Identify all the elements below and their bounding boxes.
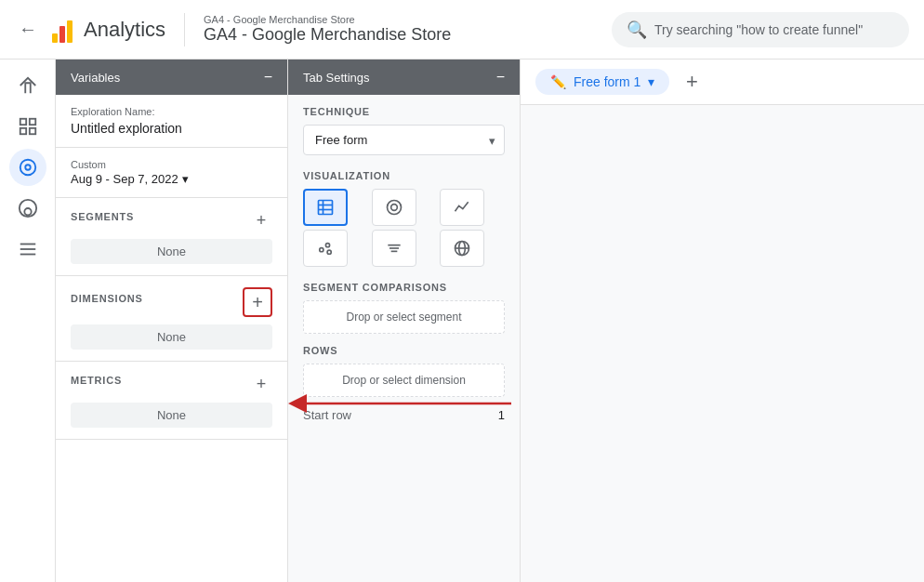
svg-rect-9 — [319, 201, 333, 215]
main-layout: Variables − Exploration Name: Untitled e… — [0, 60, 924, 582]
exploration-canvas[interactable] — [521, 105, 924, 582]
technique-select[interactable]: Free form Funnel exploration Segment ove… — [303, 125, 505, 155]
segment-drop-zone[interactable]: Drop or select segment — [303, 300, 505, 334]
svg-rect-1 — [29, 119, 34, 125]
header-divider — [184, 13, 185, 46]
tab-settings-minimize-button[interactable]: − — [496, 69, 505, 86]
tabs-bar: ✏️ Free form 1 ▾ + — [521, 60, 924, 105]
svg-point-5 — [25, 165, 31, 170]
logo-bar-3 — [67, 20, 73, 43]
tab-add-button[interactable]: + — [677, 67, 706, 97]
tab-panel-inner: TECHNIQUE Free form Funnel exploration S… — [288, 95, 520, 433]
app-title: Analytics — [84, 18, 165, 42]
segments-none: None — [71, 239, 272, 264]
segments-label: SEGMENTS — [71, 211, 134, 222]
exploration-name-section: Exploration Name: Untitled exploration — [56, 95, 287, 148]
segments-add-button[interactable]: + — [250, 209, 272, 231]
tab-edit-icon: ✏️ — [550, 74, 566, 89]
svg-point-14 — [390, 205, 397, 211]
variables-panel-header: Variables − — [56, 60, 287, 95]
metrics-section-header: METRICS + — [71, 373, 272, 395]
viz-line-button[interactable] — [440, 189, 484, 226]
start-row-label: Start row — [303, 408, 351, 422]
tab-settings-panel-title: Tab Settings — [303, 71, 370, 85]
main-content: ✏️ Free form 1 ▾ + — [521, 60, 924, 582]
header-sub-large: GA4 - Google Merchandise Store — [204, 25, 451, 45]
variables-panel: Variables − Exploration Name: Untitled e… — [56, 60, 288, 582]
segments-section-header: SEGMENTS + — [71, 209, 272, 231]
viz-funnel-button[interactable] — [372, 230, 416, 267]
dimensions-section-header: DIMENSIONS + — [71, 287, 272, 317]
nav-item-explore[interactable] — [9, 149, 46, 186]
nav-item-list[interactable] — [9, 231, 46, 268]
nav-item-funnel[interactable] — [9, 190, 46, 227]
technique-label: TECHNIQUE — [303, 106, 505, 117]
exploration-name-value[interactable]: Untitled exploration — [71, 121, 272, 136]
dimensions-section: DIMENSIONS + None — [56, 276, 287, 362]
date-range-custom-label: Custom — [71, 159, 272, 170]
nav-item-home[interactable] — [9, 67, 46, 104]
top-header: ← Analytics GA4 - Google Merchandise Sto… — [0, 0, 924, 60]
dimensions-add-button[interactable]: + — [243, 287, 272, 317]
date-range-section: Custom Aug 9 - Sep 7, 2022 ▾ — [56, 148, 287, 198]
search-icon: 🔍 — [627, 20, 647, 40]
logo-bar-2 — [59, 26, 65, 43]
date-range-chevron-icon: ▾ — [182, 172, 189, 186]
svg-rect-3 — [29, 128, 34, 134]
segment-comparisons-label: SEGMENT COMPARISONS — [303, 282, 505, 293]
dimensions-none: None — [71, 324, 272, 350]
viz-donut-button[interactable] — [372, 189, 416, 226]
tab-chevron-icon: ▾ — [648, 74, 654, 89]
visualization-grid — [303, 189, 505, 267]
variables-panel-title: Variables — [71, 71, 120, 85]
header-sub-small: GA4 - Google Merchandise Store — [204, 14, 451, 25]
header-subtitle: GA4 - Google Merchandise Store GA4 - Goo… — [204, 14, 451, 45]
search-bar[interactable]: 🔍 Try searching "how to create funnel" — [612, 12, 909, 47]
svg-point-15 — [320, 248, 323, 252]
metrics-none: None — [71, 403, 272, 428]
metrics-section: METRICS + None — [56, 362, 287, 440]
logo — [52, 17, 73, 43]
svg-point-17 — [327, 250, 331, 254]
svg-point-16 — [325, 244, 329, 247]
svg-rect-0 — [20, 119, 25, 125]
logo-bar-1 — [52, 33, 58, 43]
tab-settings-panel: Tab Settings − TECHNIQUE Free form Funne… — [288, 60, 521, 582]
visualization-label: VISUALIZATION — [303, 170, 505, 181]
search-placeholder-text: Try searching "how to create funnel" — [654, 22, 863, 37]
nav-item-chart[interactable] — [9, 108, 46, 145]
start-row-line: Start row 1 — [303, 408, 505, 422]
start-row-value[interactable]: 1 — [498, 408, 505, 422]
technique-select-wrapper: Free form Funnel exploration Segment ove… — [303, 125, 505, 155]
dimensions-label: DIMENSIONS — [71, 293, 143, 304]
metrics-add-button[interactable]: + — [250, 373, 272, 395]
rows-label: ROWS — [303, 345, 505, 356]
variables-minimize-button[interactable]: − — [264, 69, 272, 86]
viz-table-button[interactable] — [303, 189, 348, 226]
svg-rect-2 — [20, 128, 25, 134]
viz-globe-button[interactable] — [440, 230, 484, 267]
tab-settings-panel-header: Tab Settings − — [288, 60, 520, 95]
exploration-name-label: Exploration Name: — [71, 106, 272, 117]
rows-drop-zone[interactable]: Drop or select dimension — [303, 364, 505, 397]
date-range-value[interactable]: Aug 9 - Sep 7, 2022 ▾ — [71, 172, 272, 186]
tab-label: Free form 1 — [574, 74, 640, 89]
svg-point-13 — [387, 201, 401, 215]
viz-scatter-button[interactable] — [303, 230, 348, 267]
segments-section: SEGMENTS + None — [56, 198, 287, 276]
back-button[interactable]: ← — [15, 15, 41, 44]
logo-bars — [52, 17, 73, 43]
left-nav — [0, 60, 56, 582]
tab-free-form-1[interactable]: ✏️ Free form 1 ▾ — [535, 69, 669, 95]
metrics-label: METRICS — [71, 375, 122, 386]
svg-point-4 — [20, 160, 35, 176]
